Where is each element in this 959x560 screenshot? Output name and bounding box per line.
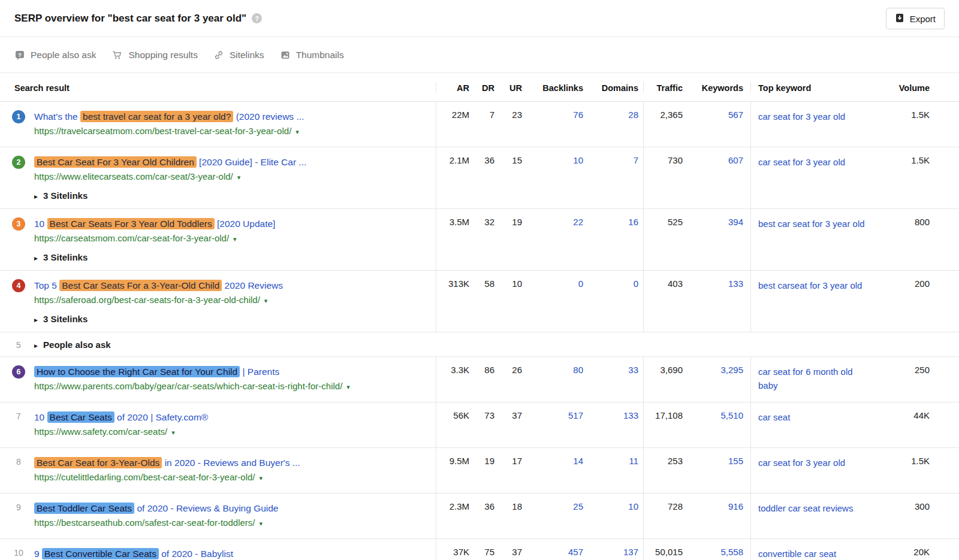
top-keyword-cell: car seat for 3 year old (750, 448, 877, 493)
metric-domains[interactable]: 16 (588, 209, 643, 270)
metric-domains[interactable]: 133 (588, 402, 643, 447)
metric-keywords[interactable]: 5,558 (697, 539, 750, 560)
url-dropdown-caret-icon[interactable]: ▾ (237, 174, 241, 181)
expand-caret-icon: ▸ (34, 341, 38, 350)
sitelinks-toggle[interactable]: ▸3 Sitelinks (34, 190, 306, 201)
metric-keywords[interactable]: 916 (697, 494, 750, 538)
title-text: 2020 Reviews (222, 280, 283, 290)
metric-keywords[interactable]: 3,295 (697, 357, 750, 402)
people-also-ask-toggle[interactable]: ▸People also ask (34, 340, 111, 350)
help-icon[interactable]: ? (252, 13, 262, 23)
highlighted-keyword: Best Car Seats For a 3-Year-Old Child (59, 280, 222, 291)
top-keyword-link[interactable]: car seat (758, 410, 790, 424)
result-url: https://www.elitecarseats.com/car-seat/3… (34, 171, 233, 181)
top-keyword-cell: car seat for 3 year old (750, 147, 877, 208)
filter-thumbnails[interactable]: Thumbnails (281, 50, 344, 60)
top-keyword-link[interactable]: best carseat for 3 year old (758, 279, 862, 292)
search-result-cell: 710 Best Car Seats of 2020 | Safety.com®… (0, 402, 436, 447)
url-dropdown-caret-icon[interactable]: ▾ (264, 297, 268, 304)
result-title-link[interactable]: 9 Best Convertible Car Seats of 2020 - B… (34, 547, 290, 560)
title-text: [2020 Update] (215, 219, 276, 229)
url-dropdown-caret-icon[interactable]: ▾ (233, 235, 237, 243)
top-keyword-link[interactable]: car seat for 3 year old (758, 456, 845, 470)
result-title-link[interactable]: Best Car Seat For 3 Year Old Children [2… (34, 155, 306, 169)
metric-ur: 10 (494, 271, 522, 332)
top-keyword-link[interactable]: car seat for 6 month old baby (758, 365, 871, 392)
result-content: 10 Best Car Seats of 2020 | Safety.com®h… (34, 410, 208, 440)
result-title-link[interactable]: 10 Best Car Seats For 3 Year Old Toddler… (34, 217, 275, 231)
top-keyword-link[interactable]: car seat for 3 year old (758, 110, 845, 123)
top-keyword-cell: car seat for 3 year old (750, 102, 877, 147)
metric-backlinks[interactable]: 76 (522, 102, 588, 147)
result-title-link[interactable]: What's the best travel car seat for a 3 … (34, 110, 304, 123)
result-content: 10 Best Car Seats For 3 Year Old Toddler… (34, 217, 275, 262)
metric-ar: 37K (436, 539, 469, 560)
url-dropdown-caret-icon[interactable]: ▾ (346, 383, 350, 391)
metric-dr: 75 (469, 539, 494, 560)
sitelinks-toggle[interactable]: ▸3 Sitelinks (34, 252, 275, 262)
link-icon (214, 50, 224, 60)
result-title-link[interactable]: Top 5 Best Car Seats For a 3-Year-Old Ch… (34, 279, 283, 292)
result-title-link[interactable]: Best Toddler Car Seats of 2020 - Reviews… (34, 501, 279, 515)
metric-traffic: 728 (643, 494, 697, 538)
metric-backlinks[interactable]: 517 (522, 402, 588, 447)
sitelinks-toggle[interactable]: ▸3 Sitelinks (34, 314, 283, 324)
title-text: (2020 reviews ... (233, 111, 304, 122)
metric-domains[interactable]: 7 (588, 147, 643, 208)
title-text: of 2020 - Babylist (159, 549, 233, 559)
filter-people-also-ask[interactable]: ? People also ask (15, 50, 96, 60)
metric-keywords[interactable]: 5,510 (697, 402, 750, 447)
result-url: https://carseatsmom.com/car-seat-for-3-y… (34, 233, 229, 243)
metric-keywords[interactable]: 394 (697, 209, 750, 270)
metric-domains[interactable]: 137 (588, 539, 643, 560)
metric-backlinks[interactable]: 10 (522, 147, 588, 208)
result-url-line: https://travelcarseatmom.com/best-travel… (34, 124, 304, 139)
highlighted-keyword: Best Car Seat for 3-Year-Olds (34, 457, 162, 468)
search-result-cell: 6How to Choose the Right Car Seat for Yo… (0, 357, 436, 402)
export-icon (895, 13, 904, 25)
metric-domains[interactable]: 28 (588, 102, 643, 147)
metric-dr: 36 (469, 494, 494, 538)
search-result-cell: 1What's the best travel car seat for a 3… (0, 102, 436, 147)
highlighted-keyword: How to Choose the Right Car Seat for You… (34, 366, 240, 377)
metric-backlinks[interactable]: 14 (522, 448, 588, 493)
metric-volume: 800 (877, 209, 949, 270)
filter-sitelinks[interactable]: Sitelinks (214, 50, 264, 60)
url-dropdown-caret-icon[interactable]: ▾ (260, 520, 263, 527)
filter-shopping-results[interactable]: Shopping results (112, 50, 197, 60)
metric-keywords[interactable]: 155 (697, 448, 750, 493)
metric-dr: 32 (469, 209, 494, 270)
metric-keywords[interactable]: 567 (697, 102, 750, 147)
metric-backlinks[interactable]: 457 (522, 539, 588, 560)
top-keyword-link[interactable]: convertible car seat (758, 547, 836, 560)
rank-badge: 6 (12, 365, 25, 379)
metric-domains[interactable]: 10 (588, 494, 643, 538)
metric-backlinks[interactable]: 25 (522, 494, 588, 538)
metric-keywords[interactable]: 607 (697, 147, 750, 208)
url-dropdown-caret-icon[interactable]: ▾ (295, 128, 299, 135)
export-button[interactable]: Export (886, 8, 945, 29)
top-keyword-link[interactable]: car seat for 3 year old (758, 155, 845, 169)
metric-keywords[interactable]: 133 (697, 271, 750, 332)
metric-backlinks[interactable]: 80 (522, 357, 588, 402)
metric-volume: 1.5K (877, 102, 949, 147)
metric-ur: 37 (494, 402, 522, 447)
url-dropdown-caret-icon[interactable]: ▾ (171, 429, 175, 436)
title-text: | Parents (240, 367, 279, 377)
serp-feature-row: 5▸People also ask (0, 332, 959, 357)
result-title-link[interactable]: How to Choose the Right Car Seat for You… (34, 365, 350, 379)
result-title-link[interactable]: 10 Best Car Seats of 2020 | Safety.com® (34, 410, 208, 424)
metric-backlinks[interactable]: 0 (522, 271, 588, 332)
col-traffic: Traffic (643, 82, 697, 93)
col-keywords: Keywords (697, 82, 750, 93)
top-keyword-link[interactable]: toddler car seat reviews (758, 501, 853, 515)
top-keyword-link[interactable]: best car seat for 3 year old (758, 217, 865, 231)
metric-domains[interactable]: 33 (588, 357, 643, 402)
metric-backlinks[interactable]: 22 (522, 209, 588, 270)
url-dropdown-caret-icon[interactable]: ▾ (259, 474, 263, 482)
metric-domains[interactable]: 11 (588, 448, 643, 493)
metric-volume: 300 (877, 494, 949, 538)
col-search-result: Search result (0, 82, 436, 93)
result-title-link[interactable]: Best Car Seat for 3-Year-Olds in 2020 - … (34, 456, 300, 470)
metric-domains[interactable]: 0 (588, 271, 643, 332)
